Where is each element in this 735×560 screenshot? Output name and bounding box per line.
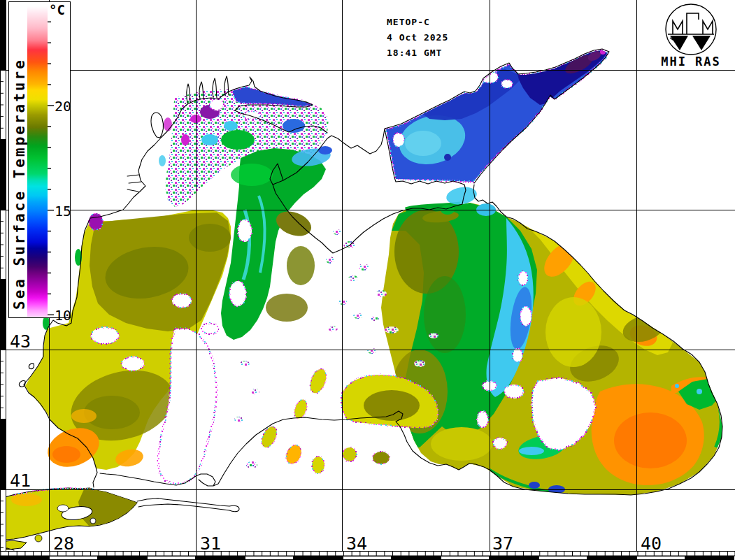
colorbar-gradient — [27, 6, 48, 317]
longitude-ruler — [0, 552, 735, 560]
acquisition-time: 18:41 GMT — [387, 48, 442, 58]
satellite-name: METOP-C — [387, 17, 430, 27]
colorbar-title: Sea Surface Temperature — [11, 58, 28, 310]
colorbar-tick-label-10: 10 — [55, 307, 71, 324]
lon-label-34: 34 — [346, 533, 367, 554]
acquisition-info: METOP-C 4 Oct 2025 18:41 GMT — [387, 17, 448, 58]
sst-east-basin — [381, 203, 725, 495]
logo-label: MHI RAS — [661, 55, 721, 69]
colorbar-panel: °C 20 15 10 Sea Surface Temperature — [9, 2, 72, 324]
lon-label-40: 40 — [641, 533, 662, 554]
lat-label-43: 43 — [10, 331, 31, 352]
latitude-ruler — [0, 0, 6, 552]
lat-label-41: 41 — [10, 471, 31, 491]
lon-label-37: 37 — [492, 533, 513, 554]
sst-center-south — [259, 367, 438, 473]
acquisition-date: 4 Oct 2025 — [387, 32, 448, 43]
sst-center-north — [221, 146, 332, 340]
colorbar-tick-label-20: 20 — [55, 98, 71, 115]
mhi-ras-logo: MHI RAS — [661, 4, 721, 69]
logo-emblem-icon — [668, 13, 714, 50]
colorbar-unit: °C — [49, 2, 65, 17]
lon-label-28: 28 — [53, 533, 74, 554]
sst-map-canvas: °C 20 15 10 Sea Surface Temperature 43 4… — [0, 0, 735, 560]
colorbar-tick-label-15: 15 — [55, 203, 71, 220]
lon-label-31: 31 — [200, 533, 221, 554]
